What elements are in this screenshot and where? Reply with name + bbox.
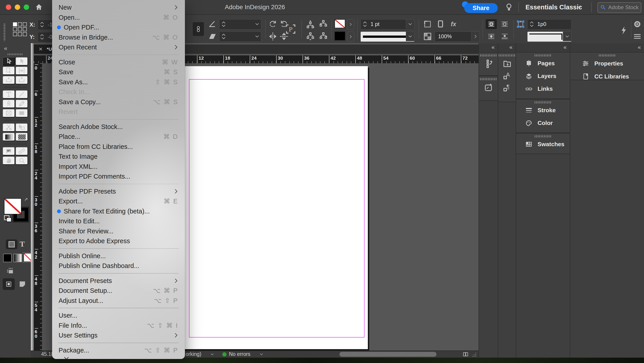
chevron-down-icon[interactable] (254, 33, 260, 39)
menu-item[interactable]: Open PDF... (52, 22, 185, 32)
menu-item[interactable]: User Settings (52, 330, 185, 341)
chevron-down-icon[interactable] (406, 19, 414, 29)
tool-button[interactable] (16, 99, 28, 108)
fill-proxy-swatch[interactable] (4, 198, 22, 214)
menu-item[interactable]: Close ⌘ W (52, 57, 185, 67)
stepper-icon[interactable] (39, 33, 46, 41)
panel-menu-icon[interactable] (633, 31, 642, 41)
stroke-flyout-button[interactable] (347, 31, 354, 42)
menu-item[interactable]: Open... ⌘ O (52, 12, 185, 22)
panel-drag-handle[interactable] (480, 54, 497, 56)
menu-item[interactable]: Export to Adobe Express (52, 236, 185, 246)
default-fill-stroke-icon[interactable] (4, 215, 11, 221)
corner-radius-field[interactable]: 1p0 (527, 19, 572, 29)
paragraph-styles-icon[interactable]: ¶ (502, 83, 512, 93)
flip-horizontal-icon[interactable] (268, 31, 278, 41)
tool-button[interactable] (2, 123, 15, 132)
horizontal-scrollbar[interactable] (340, 352, 436, 357)
wrap-around-button[interactable] (499, 19, 510, 29)
shear-field[interactable] (219, 31, 261, 42)
chevron-right-icon[interactable] (471, 32, 480, 41)
corner-shape-dropdown[interactable] (527, 31, 572, 42)
menu-item[interactable]: Share for Text Editing (beta)... (52, 206, 185, 216)
panel-drag-handle[interactable] (499, 54, 516, 56)
gear-icon[interactable] (633, 19, 642, 29)
flow-up-icon[interactable] (306, 19, 315, 29)
menu-item[interactable]: New (52, 2, 185, 12)
panel-drag-handle[interactable] (535, 101, 552, 103)
vertical-ruler[interactable]: 06121824303642485460 (34, 63, 42, 351)
menu-item[interactable]: Export... ⌘ E (52, 196, 185, 206)
collapse-panels-button[interactable]: « (564, 44, 567, 50)
menu-item[interactable]: Publish Online Dashboard... (52, 261, 185, 271)
collapse-panels-button[interactable]: « (492, 44, 495, 50)
panel-tab[interactable]: Pages (516, 57, 570, 70)
panel-tab[interactable]: Stroke (516, 104, 570, 117)
tool-button[interactable] (2, 57, 15, 65)
select-container-icon[interactable]: P (284, 23, 297, 35)
chevron-down-icon[interactable] (576, 4, 582, 10)
menu-item[interactable]: Document Presets (52, 276, 185, 286)
wrap-shape-button[interactable] (486, 31, 497, 41)
fill-flyout-button[interactable] (347, 19, 354, 29)
tool-button[interactable] (2, 133, 15, 141)
reference-point-proxy[interactable] (13, 22, 27, 36)
stepper-icon[interactable] (220, 20, 227, 28)
menu-item[interactable]: Import PDF Comments... (52, 171, 185, 181)
fill-none-swatch[interactable] (334, 19, 345, 28)
window-zoom-button[interactable] (24, 4, 29, 10)
menu-item[interactable]: Open Recent (52, 42, 185, 52)
menu-item[interactable]: Document Setup... ⌥ ⌘ P (52, 286, 185, 296)
flow-left-icon[interactable] (318, 19, 328, 29)
tool-button[interactable] (2, 109, 15, 117)
window-close-button[interactable] (6, 4, 11, 10)
menu-item[interactable]: Check In... (52, 87, 185, 97)
menu-item[interactable]: Search Adobe Stock... (52, 122, 185, 132)
tool-button[interactable] (16, 57, 28, 65)
stepper-icon[interactable] (528, 20, 535, 28)
constrain-proportions-button[interactable] (193, 22, 204, 36)
menu-item[interactable]: Save a Copy... ⌥ ⌘ S (52, 97, 185, 107)
formatting-affects-text-button[interactable]: T (20, 240, 25, 248)
window-minimize-button[interactable] (15, 4, 20, 10)
menu-item[interactable]: Import XML... (52, 162, 185, 172)
collapse-panels-button[interactable]: « (638, 44, 641, 50)
menu-item[interactable]: File Info... ⌥ ⇧ ⌘ I (52, 321, 185, 331)
menu-item[interactable]: Place... ⌘ D (52, 132, 185, 142)
drop-shadow-icon[interactable] (436, 19, 446, 29)
tool-button[interactable] (16, 123, 28, 132)
wrap-jump-button[interactable] (499, 31, 510, 41)
menu-item[interactable]: User... (52, 311, 185, 321)
panel-drag-handle[interactable] (599, 54, 616, 56)
apply-to-icon[interactable] (6, 267, 15, 276)
panel-tab[interactable]: Links (516, 82, 570, 95)
menu-item[interactable]: Text to Image (52, 152, 185, 162)
content-generation-icon[interactable] (484, 82, 494, 92)
apply-gradient-button[interactable] (14, 254, 22, 262)
tools-drag-handle[interactable] (8, 53, 23, 55)
home-icon[interactable] (35, 3, 43, 11)
tool-button[interactable] (16, 76, 28, 84)
stepper-icon[interactable] (39, 20, 46, 29)
tool-button[interactable] (16, 109, 28, 117)
corner-options-icon[interactable] (422, 19, 432, 29)
tool-button[interactable] (2, 147, 15, 155)
cc-files-icon[interactable] (502, 59, 512, 69)
opacity-field[interactable]: 100% (435, 31, 480, 42)
tool-button[interactable] (2, 76, 15, 84)
screen-mode-normal-button[interactable] (3, 278, 15, 290)
tool-button[interactable] (2, 66, 15, 75)
stroke-weight-field[interactable]: 1 pt (360, 19, 414, 29)
panel-tab[interactable]: Layers (516, 70, 570, 82)
panel-drag-handle[interactable] (535, 54, 552, 56)
panel-drag-handle[interactable] (4, 24, 5, 41)
panel-tab[interactable]: Swatches (516, 138, 570, 151)
menu-item[interactable]: Revert (52, 107, 185, 117)
resize-grip[interactable] (472, 352, 476, 357)
flow-down-icon[interactable] (306, 31, 315, 41)
menu-item[interactable]: Publish Online... (52, 251, 185, 261)
tool-button[interactable] (2, 156, 15, 165)
stepper-icon[interactable] (362, 20, 368, 28)
panel-drag-handle[interactable] (535, 135, 552, 137)
menu-item[interactable]: Place from CC Libraries... (52, 142, 185, 152)
